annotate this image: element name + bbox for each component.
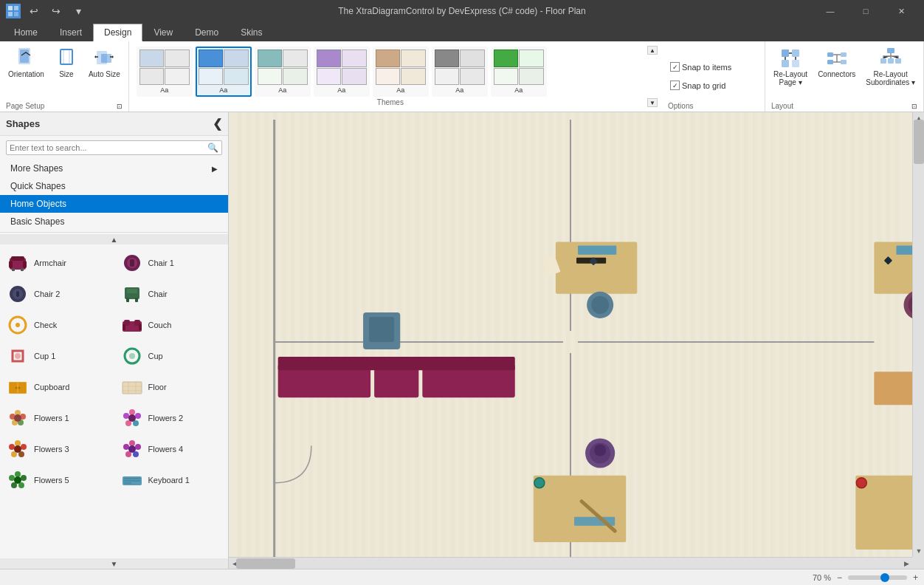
scroll-down-arrow[interactable]: ▼ — [913, 545, 924, 557]
snap-grid-checkbox[interactable] — [670, 81, 680, 90]
shape-flowers4[interactable]: Flowers 4 — [114, 434, 229, 465]
couch-label: Couch — [148, 321, 172, 329]
close-button[interactable]: ✕ — [884, 0, 918, 22]
theme-item-4[interactable]: Aa — [314, 47, 370, 97]
snap-to-grid-check[interactable]: Snap to grid — [666, 78, 729, 92]
tab-home[interactable]: Home — [3, 24, 49, 41]
snap-items-label: Snap to items — [682, 63, 731, 72]
orientation-button[interactable]: Orientation — [4, 44, 48, 81]
armchair-icon — [6, 251, 30, 275]
shape-floor[interactable]: Floor — [114, 372, 229, 403]
search-input[interactable] — [10, 143, 207, 152]
zoom-out-button[interactable]: − — [837, 572, 842, 583]
svg-rect-27 — [12, 268, 15, 271]
svg-point-76 — [14, 445, 21, 453]
shape-cup[interactable]: Cup — [114, 341, 229, 372]
svg-point-77 — [129, 440, 135, 446]
themes-grid: Aa Aa — [134, 47, 647, 97]
shapes-scroll-dn[interactable]: ▼ — [0, 558, 228, 569]
scroll-thumb-vertical[interactable] — [914, 120, 924, 164]
connectors-label: Connectors — [818, 70, 855, 78]
minimize-button[interactable]: — — [813, 0, 847, 22]
check-icon — [6, 313, 30, 337]
canvas-scroll-vertical[interactable]: ▲ ▼ — [912, 112, 924, 557]
relayout-sub-label2: Subordinates ▾ — [866, 78, 915, 86]
svg-rect-19 — [887, 48, 894, 53]
app-icon — [6, 4, 21, 18]
zoom-in-button[interactable]: + — [913, 572, 918, 583]
scroll-right-arrow[interactable]: ▶ — [900, 558, 912, 569]
zoom-thumb[interactable] — [880, 573, 889, 582]
shape-chair1[interactable]: Chair 1 — [114, 247, 229, 278]
zoom-slider[interactable] — [848, 575, 907, 580]
basic-shapes-label: Basic Shapes — [10, 216, 64, 227]
tab-skins[interactable]: Skins — [230, 24, 273, 41]
flowers3-icon — [6, 437, 30, 461]
floor-plan[interactable] — [229, 112, 912, 557]
layout-expand[interactable]: ⊡ — [911, 103, 917, 110]
svg-rect-119 — [369, 317, 394, 342]
svg-rect-10 — [101, 54, 111, 63]
layout-label: Layout — [771, 102, 793, 110]
theme-item-2[interactable]: Aa — [196, 47, 252, 97]
quick-access-dropdown[interactable]: ▾ — [69, 3, 87, 19]
window-controls: — □ ✕ — [813, 0, 918, 22]
shape-couch[interactable]: Couch — [114, 309, 229, 341]
nav-home-objects[interactable]: Home Objects — [0, 195, 228, 213]
theme-item-1[interactable]: Aa — [137, 47, 193, 97]
redo-button[interactable]: ↪ — [47, 3, 65, 19]
nav-quick-shapes[interactable]: Quick Shapes — [0, 177, 228, 195]
auto-size-button[interactable]: Auto Size — [85, 44, 124, 81]
shape-flowers2[interactable]: Flowers 2 — [114, 403, 229, 434]
theme-item-6[interactable]: Aa — [432, 47, 488, 97]
svg-point-83 — [15, 471, 21, 477]
shape-flowers5[interactable]: Flowers 5 — [0, 465, 114, 496]
tab-view[interactable]: View — [142, 24, 184, 41]
tab-insert[interactable]: Insert — [49, 24, 93, 41]
snap-items-checkbox[interactable] — [670, 62, 680, 72]
shape-check[interactable]: Check — [0, 309, 114, 341]
canvas-scroll-horizontal[interactable]: ◀ ▶ — [229, 557, 912, 569]
shape-flowers3[interactable]: Flowers 3 — [0, 434, 114, 465]
home-objects-label: Home Objects — [10, 199, 66, 209]
chair2-label: Chair 2 — [34, 290, 60, 298]
relayout-page-button[interactable]: Re-Layout Page ▾ — [770, 44, 811, 89]
nav-more-shapes[interactable]: More Shapes ▶ — [0, 160, 228, 177]
nav-basic-shapes[interactable]: Basic Shapes — [0, 213, 228, 230]
svg-rect-91 — [124, 480, 140, 482]
themes-scroll-dn[interactable]: ▼ — [647, 98, 658, 107]
connectors-button[interactable]: Connectors — [814, 44, 859, 81]
shape-chair2[interactable]: Chair 2 — [0, 278, 114, 309]
svg-rect-26 — [23, 261, 27, 268]
size-button[interactable]: Size — [51, 44, 82, 81]
shape-armchair[interactable]: Armchair — [0, 247, 114, 278]
maximize-button[interactable]: □ — [849, 0, 883, 22]
shape-cup1[interactable]: Cup 1 — [0, 341, 114, 372]
shapes-scroll-up[interactable]: ▲ — [0, 234, 228, 244]
svg-rect-22 — [895, 58, 901, 64]
tab-demo[interactable]: Demo — [184, 24, 230, 41]
canvas-area: ▲ ▼ ◀ ▶ — [229, 112, 924, 569]
svg-point-78 — [135, 444, 141, 450]
tab-design[interactable]: Design — [93, 24, 142, 41]
theme-item-5[interactable]: Aa — [373, 47, 429, 97]
cup1-icon — [6, 344, 30, 368]
relayout-subordinates-button[interactable]: Re-Layout Subordinates ▾ — [862, 44, 919, 89]
armchair-label: Armchair — [34, 259, 66, 267]
theme-item-7[interactable]: Aa — [491, 47, 547, 97]
page-setup-buttons: Orientation Size Auto Size — [4, 44, 124, 102]
svg-rect-21 — [888, 58, 894, 64]
shape-flowers1[interactable]: Flowers 1 — [0, 403, 114, 434]
scroll-thumb-horizontal[interactable] — [236, 558, 295, 569]
themes-scroll-up[interactable]: ▲ — [647, 46, 658, 55]
shape-cupboard[interactable]: Cupboard — [0, 372, 114, 403]
snap-to-items-check[interactable]: Snap to items — [666, 60, 735, 74]
theme-item-3[interactable]: Aa — [255, 47, 311, 97]
shape-keyboard1[interactable]: Keyboard 1 — [114, 465, 229, 496]
flowers2-icon — [120, 406, 144, 430]
undo-button[interactable]: ↩ — [25, 3, 43, 19]
shape-chair[interactable]: Chair — [114, 278, 229, 309]
page-setup-expand[interactable]: ⊡ — [117, 103, 123, 110]
shapes-collapse-button[interactable]: ❮ — [213, 117, 222, 131]
svg-rect-11 — [782, 49, 789, 57]
